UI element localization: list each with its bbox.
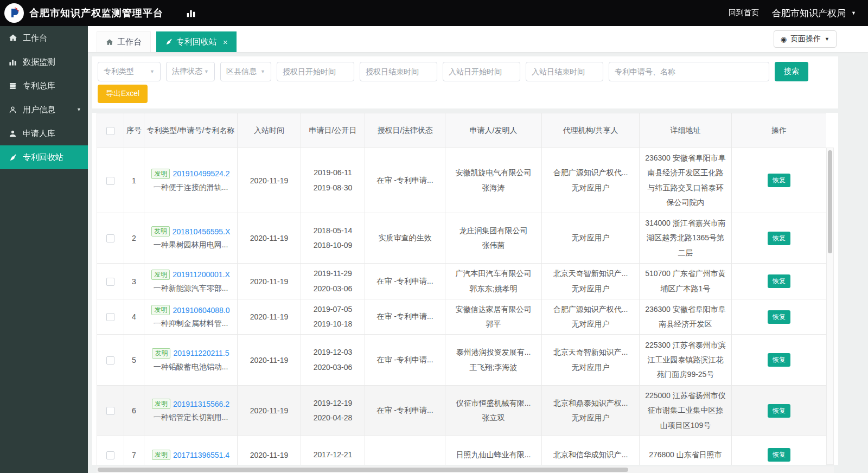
apply-date: 2019-07-05 [303,302,362,317]
applicant: 安徽信达家居有限公司 [448,302,539,317]
legal-status: 在审 -专利申请... [367,353,443,367]
restore-button[interactable]: 恢复 [768,232,790,245]
horizontal-scrollbar-thumb[interactable] [98,468,628,472]
row-checkbox[interactable] [106,177,114,185]
sharer: 无对应用户 [544,282,637,296]
agency-cell: 无对应用户 [542,213,640,264]
horizontal-scrollbar[interactable] [97,466,834,473]
legal-status: 实质审查的生效 [367,231,443,245]
table-panel: 序号 专利类型/申请号/专利名称 入站时间 申请日/公开日 授权日/法律状态 申… [92,113,838,465]
patent-type-badge: 发明 [151,169,170,179]
row-checkbox[interactable] [106,451,114,459]
main-area: 工作台 专利回收站 × ◉ 页面操作 ▼ 专利类型 ▼ 法律状态 ▼ [88,26,868,473]
agency: 合肥广源知识产权代... [544,302,637,317]
apply-publish-cell: 2019-11-292020-03-06 [301,264,365,299]
publish-date: 2020-04-28 [303,411,362,425]
patent-number-link[interactable]: 201911200001.X [173,270,230,279]
tab-patent-recycle-bin[interactable]: 专利回收站 × [156,31,237,52]
restore-button[interactable]: 恢复 [768,174,790,187]
sidebar-item-user-info[interactable]: 用户信息 ▼ [0,98,88,122]
table-header-row: 序号 专利类型/申请号/专利名称 入站时间 申请日/公开日 授权日/法律状态 申… [97,113,827,148]
actions-cell: 恢复 [732,436,827,465]
sidebar-item-label: 数据监测 [23,57,55,67]
inventor: 张海涛 [448,181,539,195]
patent-number-link[interactable]: 201911315566.2 [173,400,229,408]
agency: 北京天奇智新知识产... [544,345,637,360]
tab-workbench[interactable]: 工作台 [97,31,151,52]
user-icon [8,105,17,114]
sidebar-item-workbench[interactable]: 工作台 [0,26,88,50]
sidebar-item-applicant-library[interactable]: 申请人库 [0,122,88,145]
entry-start-date-input[interactable] [443,62,520,81]
sidebar-item-patent-recycle-bin[interactable]: 专利回收站 [0,145,88,169]
row-checkbox[interactable] [106,313,114,321]
patent-cell: 发明201910499524.2 一种便于连接的滑轨... [144,148,238,213]
vertical-scrollbar[interactable] [826,148,834,465]
patent-type-select[interactable]: 专利类型 ▼ [98,62,161,81]
close-icon[interactable]: × [223,37,228,47]
address: 510700 广东省广州市黄埔区广本路1号 [640,264,732,299]
patent-number-link[interactable]: 201910604088.0 [173,306,229,315]
applicant: 泰州港润投资发展有... [448,345,539,360]
apply-date: 2018-05-14 [303,223,362,238]
row-checkbox[interactable] [106,356,114,365]
applicant: 龙庄润集团有限公司 [448,223,539,238]
apply-date: 2017-12-21 [303,448,362,462]
checkbox-cell [97,264,124,299]
sharer: 无对应用户 [544,360,637,375]
patent-number-link[interactable]: 201711396551.4 [173,451,229,459]
entry-end-date-input[interactable] [526,62,603,81]
restore-button[interactable]: 恢复 [768,448,790,462]
vertical-scrollbar-thumb[interactable] [828,150,832,253]
chevron-down-icon: ▼ [825,37,829,42]
applicant: 仪征市恒盛机械有限... [448,396,539,411]
patent-number-link[interactable]: 201810456595.X [173,227,231,236]
auth-start-date-input[interactable] [277,62,354,81]
home-icon [8,34,17,43]
apply-date: 2019-11-29 [303,266,362,281]
select-all-checkbox[interactable] [106,127,114,135]
legal-status: 在审 -专利申请... [367,274,443,289]
patent-cell: 发明201911315566.2 一种铝管定长切割用... [144,386,238,436]
auth-end-date-input[interactable] [360,62,437,81]
user-org-menu[interactable]: 合肥市知识产权局 ▼ [772,7,856,20]
patent-number-link[interactable]: 201911220211.5 [173,349,229,357]
agency: 合肥广源知识产权代... [544,165,637,180]
district-select[interactable]: 区县信息 ▼ [220,62,271,81]
actions-cell: 恢复 [732,335,827,386]
search-button[interactable]: 搜索 [775,62,808,81]
patent-cell: 发明201911220211.5 一种铅酸蓄电池铝动... [144,335,238,386]
app-logo-icon [4,3,24,23]
applicant-cell: 安徽凯旋电气有限公司张海涛 [445,148,542,213]
page-actions-button[interactable]: ◉ 页面操作 ▼ [774,30,837,48]
export-excel-button[interactable]: 导出Excel [98,85,148,103]
patent-number-link[interactable]: 201910499524.2 [173,169,229,178]
home-link[interactable]: 回到首页 [729,8,759,18]
legal-status: 在审 -专利申请... [367,173,443,188]
row-index: 5 [124,335,144,386]
entry-date: 2020-11-19 [238,299,301,335]
agency: 北京和信华成知识产... [544,448,637,462]
row-checkbox[interactable] [106,278,114,286]
auth-status-cell: 在审 -专利申请... [365,148,445,213]
restore-button[interactable]: 恢复 [768,310,790,324]
row-checkbox[interactable] [106,407,114,415]
sidebar-item-data-monitor[interactable]: 数据监测 [0,50,88,74]
col-address: 详细地址 [640,113,732,148]
restore-button[interactable]: 恢复 [768,274,790,288]
page-content: 专利类型 ▼ 法律状态 ▼ 区县信息 ▼ 搜索 导出Excel [88,52,868,473]
chevron-down-icon: ▼ [204,69,209,74]
table-row: 7 发明201711396551.4 2020-11-19 2017-12-21… [97,436,827,465]
sharer: 无对应用户 [544,181,637,195]
apply-publish-cell: 2018-05-142018-10-09 [301,213,365,264]
keyword-input[interactable] [609,62,769,81]
sidebar-item-patent-repository[interactable]: 专利总库 [0,74,88,98]
legal-status-select[interactable]: 法律状态 ▼ [166,62,215,81]
apply-publish-cell: 2019-12-192020-04-28 [301,386,365,436]
restore-button[interactable]: 恢复 [768,404,790,418]
row-checkbox[interactable] [106,234,114,242]
address: 236300 安徽省阜阳市阜南县经济开发区王化路与纬五路交叉口裕泰环保公司院内 [640,148,732,213]
restore-button[interactable]: 恢复 [768,353,790,367]
applicant-cell: 龙庄润集团有限公司张伟菌 [445,213,542,264]
auth-status-cell [365,436,445,465]
